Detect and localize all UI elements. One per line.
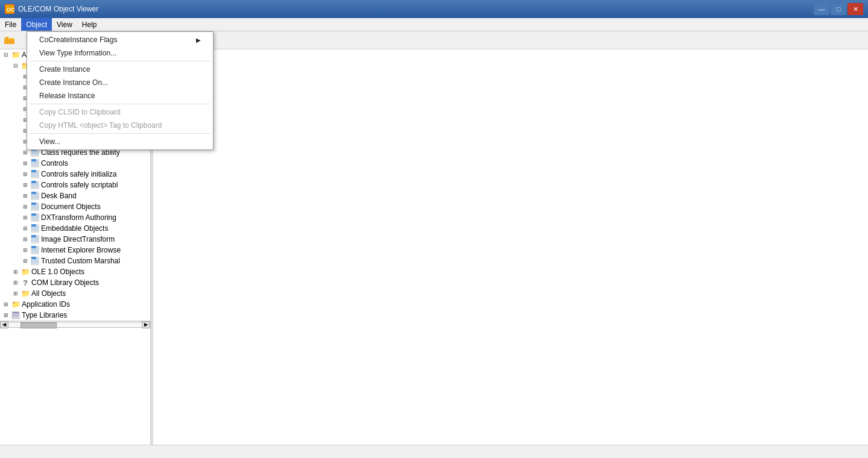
svg-rect-44 [31, 202, 36, 205]
scrollbar-track [8, 322, 142, 328]
menu-help[interactable]: Help [77, 18, 102, 31]
minimize-button[interactable]: — [814, 3, 829, 15]
gear-icon-ie [30, 245, 40, 255]
tree-item-controls[interactable]: ⊞ Controls [0, 158, 150, 169]
expander-app-ids[interactable]: ⊞ [1, 300, 11, 309]
svg-rect-59 [31, 257, 36, 259]
expander-ole[interactable]: ⊞ [11, 267, 21, 277]
expander-all[interactable]: ⊞ [11, 289, 21, 298]
close-button[interactable]: ✕ [847, 3, 863, 15]
expander-trusted-marshal[interactable]: ⊞ [21, 256, 30, 266]
dropdown-item-copy-html-label: Copy HTML <object> Tag to Clipboard [39, 121, 162, 130]
dropdown-separator-1 [30, 61, 211, 61]
svg-rect-49 [31, 226, 39, 231]
dropdown-item-view-label: View... [39, 137, 60, 146]
tree-item-embeddable-label: Embeddable Objects [41, 224, 108, 233]
gear-icon-embeddable [30, 224, 40, 233]
svg-rect-47 [31, 213, 36, 216]
tree-item-document-objects[interactable]: ⊞ Document Objects [0, 201, 150, 212]
tree-item-type-libs-label: Type Libraries [22, 311, 67, 319]
expander-image-direct[interactable]: ⊞ [21, 234, 30, 244]
svg-rect-46 [31, 215, 39, 220]
tree-item-controls-safe-script[interactable]: ⊞ Controls safely scriptabl [0, 180, 150, 190]
dropdown-item-create-instance[interactable]: Create Instance [27, 63, 213, 76]
dropdown-item-copy-html: Copy HTML <object> Tag to Clipboard [27, 119, 213, 132]
app-icon: OC [5, 4, 14, 14]
svg-rect-35 [31, 170, 36, 172]
svg-rect-53 [31, 235, 36, 237]
scrollbar-thumb[interactable] [21, 322, 57, 328]
svg-rect-34 [31, 172, 39, 177]
tree-item-image-direct[interactable]: ⊞ Image DirectTransform [0, 234, 150, 245]
dropdown-item-view[interactable]: View... [27, 135, 213, 148]
tree-item-controls-safe-init[interactable]: ⊞ Controls safely initializa [0, 169, 150, 180]
expander-ie-browse[interactable]: ⊞ [21, 245, 30, 255]
svg-rect-58 [31, 259, 39, 263]
dropdown-item-view-type-info[interactable]: View Type Information... [27, 46, 213, 60]
toolbar-open-button[interactable] [2, 33, 17, 48]
svg-rect-50 [31, 224, 36, 227]
menu-object[interactable]: Object [21, 18, 52, 31]
status-bar [0, 445, 868, 458]
expander-com[interactable]: ⊞ [11, 278, 21, 287]
tree-item-type-libs[interactable]: ⊞ Type Libraries [0, 310, 150, 321]
menu-view[interactable]: View [52, 18, 77, 31]
svg-rect-43 [31, 204, 39, 209]
server-icon-type-libs [11, 310, 21, 320]
tree-item-dxtransform[interactable]: ⊞ DXTransform Authoring [0, 212, 150, 223]
scroll-left-btn[interactable]: ◀ [0, 321, 8, 328]
svg-rect-52 [31, 237, 39, 242]
dropdown-item-view-type-info-label: View Type Information... [39, 49, 116, 57]
svg-rect-5 [5, 37, 8, 39]
expander-controls[interactable]: ⊞ [21, 158, 30, 168]
tree-item-all-label: All Objects [31, 289, 66, 298]
folder-icon-app-ids: 📁 [11, 300, 21, 309]
svg-rect-32 [31, 159, 36, 162]
tree-item-dxtransform-label: DXTransform Authoring [41, 213, 116, 222]
h-scrollbar[interactable]: ◀ ▶ [0, 321, 150, 328]
tree-item-trusted-marshal[interactable]: ⊞ Trusted Custom Marshal [0, 256, 150, 266]
svg-rect-38 [31, 181, 36, 183]
expander-desk-band[interactable]: ⊞ [21, 191, 30, 201]
dropdown-item-release-instance[interactable]: Release Instance [27, 89, 213, 102]
svg-rect-64 [13, 316, 19, 317]
scroll-right-btn[interactable]: ▶ [142, 321, 150, 328]
dropdown-item-cocreateinstance[interactable]: CoCreateInstance Flags ▶ [27, 33, 213, 46]
folder-icon: 📁 [11, 50, 21, 60]
svg-rect-56 [31, 246, 36, 248]
svg-rect-37 [31, 183, 39, 187]
gear-icon-controls [30, 158, 40, 168]
expander-type-libs[interactable]: ⊞ [1, 310, 11, 320]
tree-item-ole-objects[interactable]: ⊞ 📁 OLE 1.0 Objects [0, 266, 150, 277]
maximize-button[interactable]: □ [831, 3, 846, 15]
gear-icon-desk-band [30, 191, 40, 201]
svg-rect-63 [13, 315, 19, 316]
folder-icon-all: 📁 [21, 289, 30, 298]
expander-controls-safe-script[interactable]: ⊞ [21, 180, 30, 190]
expander-classes[interactable]: ⊟ [11, 61, 21, 71]
gear-icon-image [30, 234, 40, 244]
tree-item-all-objects[interactable]: ⊞ 📁 All Objects [0, 288, 150, 299]
tree-item-controls-label: Controls [41, 159, 68, 168]
tree-item-desk-band[interactable]: ⊞ Desk Band [0, 190, 150, 201]
dropdown-item-release-instance-label: Release Instance [39, 92, 95, 100]
expander-controls-safe-init[interactable]: ⊞ [21, 169, 30, 179]
gear-icon-controls-safe [30, 169, 40, 179]
expander-embeddable[interactable]: ⊞ [21, 224, 30, 233]
tree-item-app-ids[interactable]: ⊞ 📁 Application IDs [0, 299, 150, 310]
expander-root[interactable]: ⊟ [1, 50, 11, 60]
gear-icon-dxtransform [30, 213, 40, 222]
tree-item-com-library[interactable]: ⊞ ? COM Library Objects [0, 277, 150, 288]
dropdown-separator-3 [30, 133, 211, 134]
window-title: OLE/COM Object Viewer [18, 5, 98, 13]
expander-document-objects[interactable]: ⊞ [21, 202, 30, 212]
dropdown-item-create-instance-on[interactable]: Create Instance On... [27, 76, 213, 89]
tree-item-app-ids-label: Application IDs [22, 300, 70, 309]
tree-item-image-direct-label: Image DirectTransform [41, 235, 115, 243]
tree-item-controls-safe-init-label: Controls safely initializa [41, 170, 116, 178]
tree-item-ie-browse[interactable]: ⊞ Internet Explorer Browse [0, 245, 150, 256]
expander-dxtransform[interactable]: ⊞ [21, 213, 30, 222]
question-icon-com: ? [21, 278, 30, 287]
tree-item-embeddable[interactable]: ⊞ Embeddable Objects [0, 223, 150, 234]
menu-file[interactable]: File [0, 18, 21, 31]
